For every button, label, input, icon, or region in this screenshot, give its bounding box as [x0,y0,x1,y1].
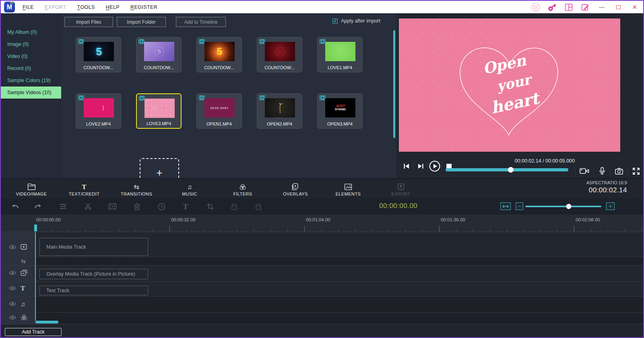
track-placeholder-video[interactable]: Main Media Track [39,238,148,256]
menu-item-export[interactable]: EXPORT [45,4,66,10]
eye-toggle-icon[interactable] [9,270,16,275]
zoom-slider[interactable] [525,206,601,207]
tab-elements[interactable]: ELEMENTS [322,181,374,198]
previous-frame-button[interactable] [400,160,413,172]
sidebar-item-record-0[interactable]: Record (0) [1,62,61,74]
tab-export[interactable]: EXPORT [375,181,427,198]
apply-after-import-checkbox[interactable]: ✓ [332,19,338,24]
sidebar-item-my-album-0[interactable]: My Album (0) [1,26,61,38]
import-files-button[interactable]: Import Files [64,17,113,27]
detach-button[interactable] [107,201,118,212]
thumbnail-filename: COUNTDOW... [257,65,302,70]
import-folder-button[interactable]: Import Folder [117,17,166,27]
tab-music[interactable]: ♫MUSIC [163,181,216,198]
status-block: ASPECTRATIO 16:9 00:00:02.14 [586,180,627,194]
menu-item-file[interactable]: FILE [23,4,34,10]
track-placeholder-text[interactable]: Text Track [39,286,148,295]
export-icon [375,181,427,190]
ruler-minor-tick [490,229,490,232]
thumbnail-art: 5 [84,42,114,61]
thumbnail-filename: COUNTDOW... [76,65,121,70]
close-icon[interactable]: ✕ [630,3,639,12]
playback-progress-thumb[interactable] [508,167,514,173]
tab-video-image[interactable]: VIDEO/IMAGE [5,181,58,198]
ruler-minor-tick [456,229,456,232]
overlay-track-icon [21,270,27,276]
film-clip-icon [320,95,326,100]
zoom-slider-thumb[interactable] [566,204,571,209]
zoom-out-button[interactable]: − [516,202,523,210]
menu-item-register[interactable]: REGISTER [130,4,157,10]
playhead-line[interactable] [35,232,36,321]
record-camera-icon[interactable] [580,167,589,175]
add-track-button[interactable]: Add Track [5,328,62,336]
next-frame-button[interactable] [415,160,427,172]
media-thumbnail-love3-mp4[interactable]: ♡LOVE3.MP4 [136,93,182,129]
menu-item-help[interactable]: HELP [106,4,120,10]
media-thumbnail-love2-mp4[interactable]: LOVE2.MP4 [76,93,121,129]
timeline-playhead-time: 00:00:00.00 [379,202,417,210]
sidebar-item-sample-videos-10[interactable]: Sample Videos (10) [1,87,61,99]
ruler-minor-tick [338,229,339,232]
tab-text-credit[interactable]: TTEXT/CREDIT [58,181,110,198]
playback-progress-bar[interactable] [446,168,568,171]
eye-toggle-icon[interactable] [9,245,16,249]
track-placeholder-overlay[interactable]: Overlay Media Track (Picture in Picture) [39,269,148,279]
edit-icon[interactable] [581,3,590,12]
microphone-icon[interactable] [599,167,606,175]
minimize-icon[interactable]: — [597,3,606,12]
media-thumbnail-love1-mp4[interactable]: LOVE1.MP4 [317,37,363,72]
play-button[interactable] [429,160,441,172]
media-thumbnail-open3-mp4[interactable]: JUSTSTANDOPEN3.MP4 [317,93,363,129]
media-thumbnail-open1-mp4[interactable]: DEAR BABYOPEN1.MP4 [196,93,242,129]
eye-toggle-icon[interactable] [9,286,16,291]
menu-item-tools[interactable]: TOOLS [77,4,95,10]
zoom-fit-button[interactable] [500,202,511,210]
track-content-text[interactable]: Text Track [35,282,643,296]
track-content-effects[interactable] [35,313,643,324]
media-thumbnail-countdow[interactable]: COUNTDOW... [257,37,302,72]
cart-icon[interactable] [531,3,540,12]
fullscreen-icon[interactable] [632,167,640,175]
ruler-major-tick [169,226,170,232]
sidebar-item-video-0[interactable]: Video (0) [1,50,61,62]
timeline-hscrollbar[interactable] [35,321,58,324]
maximize-icon[interactable] [614,3,623,12]
add-to-timeline-button[interactable]: Add to Timeline [176,17,226,27]
eye-toggle-icon[interactable] [9,315,16,320]
eye-toggle-icon[interactable] [9,301,16,306]
rotate-right-button[interactable] [253,201,264,212]
redo-button[interactable] [33,201,43,212]
timeline-ruler[interactable]: 00:00:00.0000:00:32.0000:01:04.0000:01:3… [1,214,643,232]
track-content-overlay[interactable]: Overlay Media Track (Picture in Picture) [35,266,643,281]
tab-overlays[interactable]: OVERLAYS [269,181,322,198]
layout-icon[interactable] [564,3,573,12]
ruler-minor-tick [203,229,204,232]
track-content-music[interactable] [35,297,643,312]
timeline-tracks: Main Media Track⇆Overlay Media Track (Pi… [1,232,643,324]
film-clip-icon [320,39,326,44]
media-scrollbar[interactable] [393,30,395,138]
media-thumbnail-countdow[interactable]: 5COUNTDOW... [76,37,121,72]
sidebar-item-sample-colors-19[interactable]: Sample Colors (19) [1,74,61,87]
thumbnail-art: DEAR BABY [204,98,235,117]
undo-button[interactable] [10,201,20,212]
cut-button[interactable] [83,201,93,212]
media-thumbnail-countdow[interactable]: 5COUNTDOW... [196,37,242,72]
adjust-button[interactable] [58,201,68,212]
duration-button[interactable] [156,201,167,212]
tab-transitions[interactable]: ⇆TRANSITIONS [110,181,163,198]
tab-filters[interactable]: FILTERS [217,181,269,198]
text-edit-button[interactable]: T [180,201,191,212]
crop-button[interactable] [205,201,215,212]
sidebar-item-image-0[interactable]: Image (0) [1,38,61,50]
snapshot-camera-icon[interactable] [615,168,623,175]
zoom-in-button[interactable]: + [606,202,615,210]
key-icon[interactable] [548,3,557,12]
rotate-left-button[interactable] [229,201,239,212]
delete-button[interactable] [132,201,142,212]
media-thumbnail-open2-mp4[interactable]: OPEN2.MP4 [257,93,302,129]
playhead-handle[interactable] [34,225,37,231]
media-thumbnail-countdow[interactable]: 5COUNTDOW... [136,37,182,72]
music-icon: ♫ [163,181,216,190]
